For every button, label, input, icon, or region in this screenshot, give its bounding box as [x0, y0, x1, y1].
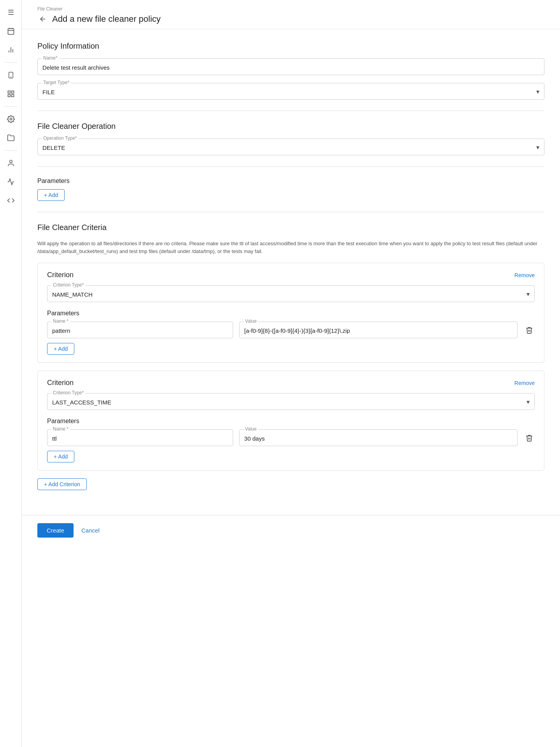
criterion-2-remove-button[interactable]: Remove	[514, 380, 535, 386]
criterion-2-param-value-wrapper: Value	[239, 429, 518, 446]
policy-information-section: Policy Information Name* Target Type* FI…	[37, 42, 544, 100]
operation-type-field-group: Operation Type* DELETE ARCHIVE MOVE ▾	[37, 139, 544, 155]
chart-icon[interactable]	[3, 42, 19, 58]
criterion-2-title: Criterion	[47, 379, 74, 387]
criterion-1-param-value-label: Value	[244, 318, 258, 324]
criterion-2-add-param-button[interactable]: + Add	[47, 451, 74, 462]
criteria-info-text: Will apply the operation to all files/di…	[37, 240, 544, 255]
create-button[interactable]: Create	[37, 523, 74, 538]
main-content: File Cleaner Add a new file cleaner poli…	[22, 0, 560, 747]
page-title: Add a new file cleaner policy	[52, 14, 161, 24]
divider-params-criteria	[37, 212, 544, 212]
cancel-button[interactable]: Cancel	[78, 523, 103, 538]
svg-rect-9	[8, 91, 10, 93]
breadcrumb: File Cleaner	[37, 6, 544, 12]
bottom-actions: Create Cancel	[22, 515, 560, 545]
operation-type-select[interactable]: DELETE ARCHIVE MOVE	[38, 139, 544, 155]
criterion-1-params-title: Parameters	[47, 310, 535, 317]
svg-rect-0	[8, 28, 14, 34]
criterion-2-header: Criterion Remove	[47, 379, 535, 387]
target-type-field-group: Target Type* FILE DIRECTORY ▾	[37, 83, 544, 100]
criterion-2-type-label: Criterion Type*	[51, 390, 85, 395]
person-icon[interactable]	[3, 155, 19, 171]
settings-icon[interactable]	[3, 111, 19, 127]
criterion-1-param-value-wrapper: Value	[239, 322, 518, 338]
name-field-wrapper: Name*	[37, 58, 544, 75]
divider-1	[5, 62, 17, 63]
add-criterion-row: + Add Criterion	[37, 478, 544, 490]
layers-icon[interactable]	[3, 86, 19, 102]
divider-policy-op	[37, 111, 544, 111]
operation-type-field-wrapper: Operation Type* DELETE ARCHIVE MOVE ▾	[37, 139, 544, 155]
scrollable-content: Policy Information Name* Target Type* FI…	[22, 29, 560, 512]
criterion-card-1: Criterion Remove Criterion Type* NAME_MA…	[37, 263, 544, 363]
sidebar: ☰	[0, 0, 22, 747]
svg-rect-12	[11, 95, 14, 97]
name-field-group: Name*	[37, 58, 544, 75]
criterion-1-param-delete-button[interactable]	[524, 325, 535, 336]
criterion-1-type-label: Criterion Type*	[51, 282, 85, 288]
criterion-2-type-wrapper: Criterion Type* NAME_MATCH LAST_ACCESS_T…	[47, 393, 535, 410]
folder-icon[interactable]	[3, 130, 19, 146]
criterion-2-param-delete-button[interactable]	[524, 432, 535, 443]
back-button[interactable]	[37, 14, 48, 24]
code-icon[interactable]	[3, 193, 19, 208]
svg-rect-10	[11, 91, 14, 93]
file-cleaner-operation-section: File Cleaner Operation Operation Type* D…	[37, 122, 544, 155]
criterion-1-type-wrapper: Criterion Type* NAME_MATCH LAST_ACCESS_T…	[47, 285, 535, 302]
file-cleaner-operation-title: File Cleaner Operation	[37, 122, 544, 131]
criterion-1-remove-button[interactable]: Remove	[514, 272, 535, 278]
target-type-select[interactable]: FILE DIRECTORY	[38, 83, 544, 99]
divider-op-params	[37, 166, 544, 167]
mobile-icon[interactable]	[3, 67, 19, 83]
criterion-2-param-value-input[interactable]	[240, 430, 517, 446]
file-cleaner-criteria-section: File Cleaner Criteria Will apply the ope…	[37, 223, 544, 471]
target-type-field-wrapper: Target Type* FILE DIRECTORY ▾	[37, 83, 544, 100]
dashboard-icon[interactable]	[3, 174, 19, 190]
divider-3	[5, 150, 17, 151]
criterion-1-header: Criterion Remove	[47, 271, 535, 279]
criterion-1-param-name-wrapper: Name *	[47, 322, 233, 338]
criterion-2-type-select[interactable]: NAME_MATCH LAST_ACCESS_TIME MODIFIED_TIM…	[47, 394, 534, 410]
criterion-2-param-row-1: Name * Value	[47, 429, 535, 446]
policy-information-title: Policy Information	[37, 42, 544, 51]
name-label: Name*	[42, 55, 59, 61]
criterion-2-params-title: Parameters	[47, 418, 535, 425]
criterion-1-param-value-input[interactable]	[240, 322, 517, 338]
criterion-1-param-name-label: Name *	[51, 318, 70, 324]
page-header: File Cleaner Add a new file cleaner poli…	[22, 0, 560, 29]
criterion-2-param-name-label: Name *	[51, 426, 70, 432]
criterion-card-2: Criterion Remove Criterion Type* NAME_MA…	[37, 371, 544, 471]
list-icon[interactable]: ☰	[3, 5, 19, 20]
criterion-1-type-select[interactable]: NAME_MATCH LAST_ACCESS_TIME MODIFIED_TIM…	[47, 286, 534, 302]
criterion-1-type-field-group: Criterion Type* NAME_MATCH LAST_ACCESS_T…	[47, 285, 535, 302]
top-parameters-title: Parameters	[37, 178, 544, 185]
top-add-button[interactable]: + Add	[37, 189, 65, 201]
file-cleaner-criteria-title: File Cleaner Criteria	[37, 223, 544, 232]
name-input[interactable]	[38, 59, 544, 75]
criterion-1-param-name-input[interactable]	[47, 322, 233, 338]
criterion-2-param-value-label: Value	[244, 426, 258, 432]
operation-type-label: Operation Type*	[42, 135, 79, 141]
criterion-2-type-field-group: Criterion Type* NAME_MATCH LAST_ACCESS_T…	[47, 393, 535, 410]
svg-rect-11	[8, 95, 10, 97]
svg-point-14	[9, 160, 12, 163]
criterion-2-param-name-input[interactable]	[47, 430, 233, 446]
criterion-1-param-row-1: Name * Value	[47, 322, 535, 338]
criterion-1-add-param-button[interactable]: + Add	[47, 343, 74, 355]
add-criterion-button[interactable]: + Add Criterion	[37, 478, 87, 490]
calendar-icon[interactable]	[3, 23, 19, 39]
criterion-2-param-name-wrapper: Name *	[47, 429, 233, 446]
svg-point-13	[10, 118, 12, 120]
criterion-1-title: Criterion	[47, 271, 74, 279]
divider-2	[5, 106, 17, 107]
top-parameters-section: Parameters + Add	[37, 178, 544, 201]
target-type-label: Target Type*	[42, 80, 71, 85]
